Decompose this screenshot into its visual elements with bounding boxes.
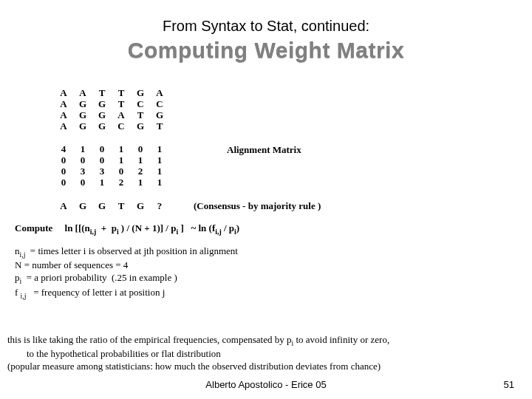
- footer-author: Alberto Apostolico - Erice 05: [0, 379, 532, 390]
- cell: 3: [78, 166, 87, 177]
- cell: 4: [59, 144, 68, 155]
- cell: A: [59, 99, 68, 110]
- cell: G: [136, 201, 145, 212]
- cell: G: [78, 121, 87, 132]
- def-f: f i,j = frequency of letter i at positio…: [15, 287, 510, 301]
- cell: 1: [155, 144, 164, 155]
- def-p: pi = a priori probability (.25 in exampl…: [15, 272, 510, 286]
- cell: G: [98, 121, 106, 132]
- cell: 1: [136, 155, 145, 166]
- cell: 0: [78, 177, 87, 188]
- cell: T: [117, 99, 126, 110]
- page-number: 51: [504, 379, 514, 390]
- def-N: N = number of sequences = 4: [15, 259, 510, 272]
- page-title: Computing Weight Matrix: [0, 38, 532, 63]
- cell: 2: [117, 177, 126, 188]
- cell: A: [59, 110, 68, 121]
- cell: C: [155, 99, 164, 110]
- cell: T: [98, 88, 106, 99]
- cell: G: [98, 201, 106, 212]
- cell: ?: [155, 201, 164, 212]
- cell: G: [78, 201, 87, 212]
- formula-prefix: Compute: [15, 222, 52, 233]
- formula-line: Compute ln [[(ni,j + pi ) / (N + 1)] / p…: [15, 222, 510, 236]
- sequence-matrix: AAAA AGGG TGGG TTAC GCTG ACGT: [59, 88, 510, 132]
- cell: 1: [117, 155, 126, 166]
- alignment-matrix: 4000 1030 0031 1102 0121 1111: [59, 144, 164, 188]
- cell: A: [78, 88, 87, 99]
- cell: 1: [78, 144, 87, 155]
- cell: 0: [117, 166, 126, 177]
- definitions: ni,j = times letter i is observed at jth…: [15, 245, 510, 301]
- cell: G: [136, 88, 145, 99]
- cell: G: [78, 99, 87, 110]
- cell: 1: [136, 177, 145, 188]
- cell: A: [59, 88, 68, 99]
- cell: 1: [155, 177, 164, 188]
- cell: A: [59, 201, 68, 212]
- cell: 0: [98, 144, 106, 155]
- formula-body: ln [[(ni,j + pi ) / (N + 1)] / pi ] ~ ln…: [65, 222, 240, 233]
- header: From Syntax to Stat, continued: Computin…: [0, 0, 532, 63]
- consensus-row: A G G T G ?: [59, 201, 164, 212]
- pretitle: From Syntax to Stat, continued:: [0, 18, 532, 35]
- cell: G: [155, 110, 164, 121]
- consensus-label: (Consensus - by majority rule ): [194, 200, 321, 212]
- cell: 0: [59, 155, 68, 166]
- cell: T: [155, 121, 164, 132]
- cell: 0: [59, 166, 68, 177]
- alignment-matrix-label: Alignment Matrix: [227, 144, 301, 156]
- content: AAAA AGGG TGGG TTAC GCTG ACGT 4000 1030 …: [0, 63, 532, 301]
- cell: G: [136, 121, 145, 132]
- cell: C: [136, 99, 145, 110]
- cell: 1: [155, 155, 164, 166]
- cell: A: [59, 121, 68, 132]
- cell: 1: [117, 144, 126, 155]
- slide: From Syntax to Stat, continued: Computin…: [0, 0, 532, 399]
- cell: 3: [98, 166, 106, 177]
- cell: G: [98, 99, 106, 110]
- cell: 0: [136, 144, 145, 155]
- cell: T: [117, 88, 126, 99]
- explanation: this is like taking the ratio of the emp…: [7, 334, 525, 373]
- cell: G: [78, 110, 87, 121]
- def-n: ni,j = times letter i is observed at jth…: [15, 245, 510, 259]
- cell: A: [155, 88, 164, 99]
- cell: T: [136, 110, 145, 121]
- cell: T: [117, 201, 126, 212]
- cell: 1: [155, 166, 164, 177]
- cell: A: [117, 110, 126, 121]
- cell: 0: [59, 177, 68, 188]
- cell: 0: [78, 155, 87, 166]
- cell: 0: [98, 155, 106, 166]
- cell: 1: [98, 177, 106, 188]
- cell: G: [98, 110, 106, 121]
- cell: 2: [136, 166, 145, 177]
- cell: C: [117, 121, 126, 132]
